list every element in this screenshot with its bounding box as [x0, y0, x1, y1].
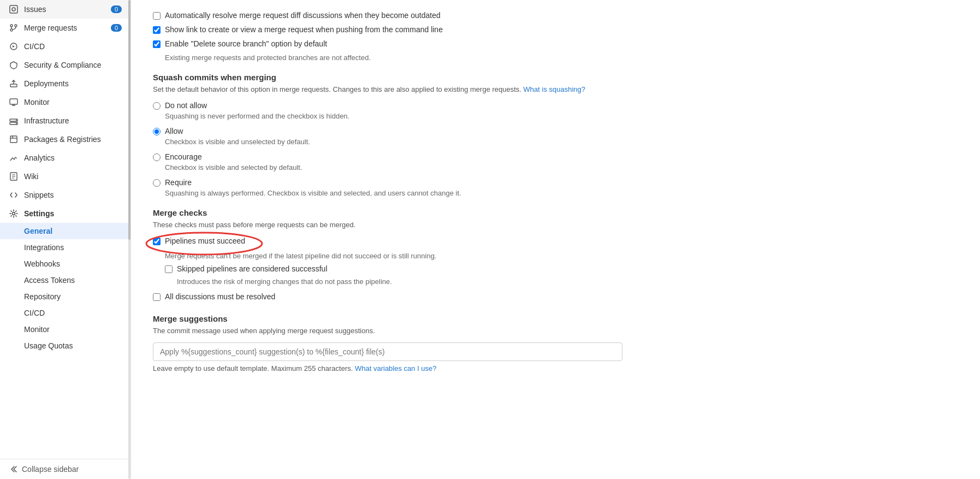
svg-point-10 — [16, 123, 17, 124]
all-discussions-label[interactable]: All discussions must be resolved — [165, 292, 275, 301]
sidebar-sub-cicd-label: CI/CD — [24, 309, 45, 317]
sidebar-item-settings[interactable]: Settings — [0, 204, 130, 223]
sidebar-item-merge-requests[interactable]: Merge requests 0 — [0, 19, 130, 37]
merge-suggestions-help: Leave empty to use default template. Max… — [153, 364, 644, 372]
sidebar-item-infrastructure[interactable]: Infrastructure — [0, 111, 130, 130]
merge-suggestions-help-link[interactable]: What variables can I use? — [355, 364, 437, 372]
sidebar-sub-item-access-tokens[interactable]: Access Tokens — [0, 272, 130, 288]
sidebar-item-snippets-label: Snippets — [24, 191, 54, 199]
svg-point-1 — [12, 8, 15, 11]
wiki-icon — [9, 172, 19, 181]
squash-allow-desc: Checkbox is visible and unselected by de… — [165, 138, 644, 146]
sidebar-item-infrastructure-label: Infrastructure — [24, 116, 69, 125]
sidebar-sub-item-repository[interactable]: Repository — [0, 288, 130, 305]
svg-rect-0 — [10, 5, 17, 13]
sidebar-sub-integrations-label: Integrations — [24, 243, 64, 252]
auto-resolve-label[interactable]: Automatically resolve merge request diff… — [165, 11, 441, 20]
sidebar-item-deployments[interactable]: Deployments — [0, 74, 130, 93]
svg-point-8 — [16, 120, 17, 121]
sidebar-item-security-label: Security & Compliance — [24, 61, 102, 69]
packages-icon — [9, 134, 19, 144]
collapse-sidebar-button[interactable]: Collapse sidebar — [0, 459, 130, 479]
svg-point-4 — [15, 25, 17, 27]
sidebar: Issues 0 Merge requests 0 CI/CD Security… — [0, 0, 131, 479]
sidebar-item-monitor-label: Monitor — [24, 98, 50, 107]
sidebar-sub-webhooks-label: Webhooks — [24, 259, 60, 268]
merge-suggestions-desc: The commit message used when applying me… — [153, 327, 644, 335]
sidebar-item-snippets[interactable]: Snippets — [0, 186, 130, 204]
sidebar-sub-repository-label: Repository — [24, 292, 61, 301]
pipelines-must-succeed-desc: Merge requests can't be merged if the la… — [165, 252, 644, 260]
sidebar-item-analytics[interactable]: Analytics — [0, 149, 130, 167]
sidebar-item-deployments-label: Deployments — [24, 79, 69, 88]
enable-delete-desc: Existing merge requests and protected br… — [165, 54, 644, 62]
skipped-pipelines-row: Skipped pipelines are considered success… — [165, 264, 644, 273]
sidebar-item-issues[interactable]: Issues 0 — [0, 0, 130, 19]
skipped-pipelines-checkbox[interactable] — [165, 265, 173, 273]
squash-do-not-allow-label[interactable]: Do not allow — [165, 101, 207, 110]
skipped-pipelines-label[interactable]: Skipped pipelines are considered success… — [177, 264, 328, 273]
cicd-icon — [9, 42, 19, 51]
sidebar-item-cicd[interactable]: CI/CD — [0, 37, 130, 56]
squash-encourage-desc: Checkbox is visible and selected by defa… — [165, 163, 644, 172]
sidebar-sub-item-cicd[interactable]: CI/CD — [0, 305, 130, 321]
auto-resolve-checkbox-row: Automatically resolve merge request diff… — [153, 11, 644, 20]
sidebar-item-security[interactable]: Security & Compliance — [0, 56, 130, 74]
svg-point-3 — [10, 29, 13, 31]
infra-icon — [9, 116, 19, 126]
sidebar-sub-item-monitor[interactable]: Monitor — [0, 321, 130, 338]
sidebar-item-issues-label: Issues — [24, 5, 46, 14]
auto-resolve-checkbox[interactable] — [153, 12, 161, 20]
squash-encourage-label[interactable]: Encourage — [165, 152, 202, 161]
all-discussions-row: All discussions must be resolved — [153, 292, 644, 301]
sidebar-item-monitor[interactable]: Monitor — [0, 93, 130, 111]
pipelines-must-succeed-checkbox[interactable] — [153, 238, 161, 245]
squash-allow-radio[interactable] — [153, 128, 161, 135]
svg-point-13 — [13, 212, 15, 215]
sidebar-item-wiki[interactable]: Wiki — [0, 167, 130, 186]
svg-rect-11 — [10, 136, 17, 143]
show-link-checkbox[interactable] — [153, 26, 161, 34]
deploy-icon — [9, 79, 19, 88]
svg-rect-6 — [10, 99, 17, 104]
sidebar-sub-item-usage-quotas[interactable]: Usage Quotas — [0, 338, 130, 354]
sidebar-item-settings-label: Settings — [24, 209, 54, 218]
show-link-label[interactable]: Show link to create or view a merge requ… — [165, 25, 443, 34]
pipelines-must-succeed-row: Pipelines must succeed — [153, 236, 245, 245]
show-link-checkbox-row: Show link to create or view a merge requ… — [153, 25, 644, 34]
squash-encourage-row: Encourage — [153, 152, 644, 161]
squash-what-link[interactable]: What is squashing? — [524, 85, 585, 93]
merge-requests-badge: 0 — [111, 24, 122, 32]
sidebar-sub-item-integrations[interactable]: Integrations — [0, 239, 130, 256]
squash-require-radio[interactable] — [153, 179, 161, 187]
pipelines-must-succeed-label[interactable]: Pipelines must succeed — [165, 236, 245, 245]
all-discussions-checkbox[interactable] — [153, 293, 161, 301]
sidebar-sub-monitor-label: Monitor — [24, 325, 50, 334]
sidebar-sub-item-general[interactable]: General — [0, 223, 130, 239]
sidebar-item-analytics-label: Analytics — [24, 153, 55, 162]
squash-do-not-allow-desc: Squashing is never performed and the che… — [165, 112, 644, 120]
monitor-icon — [9, 97, 19, 107]
sidebar-sub-access-tokens-label: Access Tokens — [24, 276, 75, 285]
squash-do-not-allow-radio[interactable] — [153, 102, 161, 110]
sidebar-sub-usage-quotas-label: Usage Quotas — [24, 341, 73, 350]
sidebar-item-packages[interactable]: Packages & Registries — [0, 130, 130, 149]
squash-require-label[interactable]: Require — [165, 178, 192, 187]
squash-require-row: Require — [153, 178, 644, 187]
merge-suggestions-help-text: Leave empty to use default template. Max… — [153, 364, 353, 372]
enable-delete-checkbox[interactable] — [153, 40, 161, 48]
squash-allow-label[interactable]: Allow — [165, 127, 183, 135]
skipped-pipelines-desc: Introduces the risk of merging changes t… — [177, 277, 644, 286]
sidebar-sub-item-webhooks[interactable]: Webhooks — [0, 256, 130, 272]
sidebar-sub-general-label: General — [24, 227, 52, 235]
enable-delete-checkbox-row: Enable "Delete source branch" option by … — [153, 39, 644, 48]
shield-icon — [9, 60, 19, 70]
sidebar-item-merge-requests-label: Merge requests — [24, 23, 77, 32]
enable-delete-label[interactable]: Enable "Delete source branch" option by … — [165, 39, 327, 48]
merge-suggestions-input[interactable] — [153, 342, 622, 361]
settings-content: Automatically resolve merge request diff… — [153, 11, 644, 372]
analytics-icon — [9, 153, 19, 163]
squash-encourage-radio[interactable] — [153, 153, 161, 161]
settings-icon — [9, 209, 19, 218]
issues-badge: 0 — [111, 5, 122, 13]
